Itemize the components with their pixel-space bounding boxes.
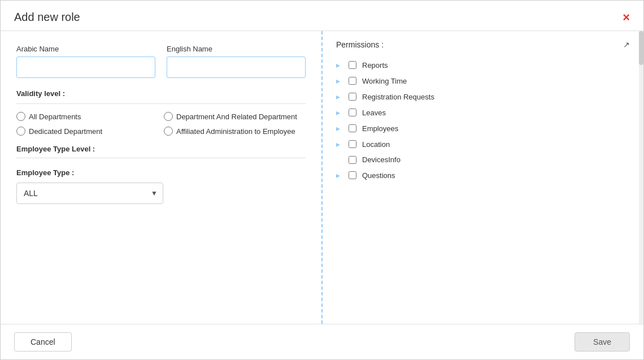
radio-all-departments[interactable]: All Departments (16, 112, 158, 121)
employee-type-select-wrapper: ALL ▼ (16, 183, 163, 204)
list-item: DevicesInfo (336, 152, 630, 167)
left-panel: Arabic Name English Name Validity level … (1, 31, 323, 324)
employee-type-level-label: Employee Type Level : (16, 145, 306, 153)
add-new-role-modal: Add new role × Arabic Name English Name … (0, 0, 644, 360)
bullet-icon: ▸ (336, 171, 343, 180)
employee-type-divider (16, 158, 306, 158)
reports-label: Reports (362, 61, 388, 70)
name-row: Arabic Name English Name (16, 45, 306, 78)
list-item: ▸ Working Time (336, 73, 630, 89)
permissions-title: Permissions : (336, 40, 384, 49)
modal-footer: Cancel Save (1, 324, 643, 359)
radio-dept-related-input[interactable] (164, 112, 173, 121)
radio-dedicated-dept-label: Dedicated Department (29, 127, 102, 136)
english-name-group: English Name (167, 45, 306, 78)
cancel-button[interactable]: Cancel (14, 332, 72, 352)
questions-label: Questions (362, 171, 395, 180)
employee-type-select[interactable]: ALL (16, 183, 163, 204)
employees-label: Employees (362, 124, 398, 133)
close-button[interactable]: × (623, 11, 630, 24)
registration-requests-checkbox[interactable] (349, 93, 356, 101)
employees-checkbox[interactable] (349, 124, 356, 132)
arabic-name-label: Arabic Name (16, 45, 155, 53)
employee-type-level-section: Employee Type Level : (16, 145, 306, 166)
arabic-name-input[interactable] (16, 57, 155, 78)
radio-affiliated[interactable]: Affiliated Administration to Employee (164, 127, 306, 136)
expand-icon[interactable]: ↗ (623, 40, 630, 49)
list-item: ▸ Registration Requests (336, 89, 630, 105)
bullet-icon: ▸ (336, 108, 343, 117)
bullet-icon: ▸ (336, 124, 343, 133)
english-name-input[interactable] (167, 57, 306, 78)
radio-dedicated-dept-input[interactable] (16, 127, 25, 136)
reports-checkbox[interactable] (349, 61, 356, 69)
radio-all-departments-label: All Departments (29, 112, 81, 121)
modal-body: Arabic Name English Name Validity level … (1, 31, 643, 324)
right-panel: Permissions : ↗ ▸ Reports ▸ Working Time… (323, 31, 643, 324)
leaves-label: Leaves (362, 109, 386, 117)
bullet-icon: ▸ (336, 76, 343, 85)
employee-type-label: Employee Type : (16, 168, 306, 177)
employee-type-section: Employee Type : ALL ▼ (16, 166, 306, 204)
bullet-icon: ▸ (336, 92, 343, 101)
save-button[interactable]: Save (575, 332, 630, 352)
questions-checkbox[interactable] (349, 171, 356, 179)
location-checkbox[interactable] (349, 140, 356, 148)
validity-level-section: Validity level : All Departments Departm… (16, 87, 306, 140)
location-label: Location (362, 140, 390, 149)
list-item: ▸ Location (336, 136, 630, 152)
scrollbar-thumb[interactable] (639, 31, 643, 65)
radio-dept-related-label: Department And Related Department (176, 112, 297, 121)
bullet-icon: ▸ (336, 140, 343, 149)
list-item: ▸ Employees (336, 120, 630, 136)
radio-all-departments-input[interactable] (16, 112, 25, 121)
bullet-icon: ▸ (336, 60, 343, 70)
list-item: ▸ Reports (336, 57, 630, 73)
list-item: ▸ Questions (336, 167, 630, 183)
arabic-name-group: Arabic Name (16, 45, 155, 78)
working-time-checkbox[interactable] (349, 77, 356, 85)
devicesinfo-label: DevicesInfo (362, 155, 401, 164)
radio-dept-related[interactable]: Department And Related Department (164, 112, 306, 121)
permissions-list: ▸ Reports ▸ Working Time ▸ Registration … (336, 57, 630, 183)
radio-affiliated-label: Affiliated Administration to Employee (176, 127, 295, 136)
radio-affiliated-input[interactable] (164, 127, 173, 136)
english-name-label: English Name (167, 45, 306, 53)
registration-requests-label: Registration Requests (362, 93, 434, 101)
working-time-label: Working Time (362, 77, 407, 85)
permissions-header: Permissions : ↗ (336, 40, 630, 49)
list-item: ▸ Leaves (336, 105, 630, 120)
leaves-checkbox[interactable] (349, 109, 356, 116)
radio-dedicated-dept[interactable]: Dedicated Department (16, 127, 158, 136)
validity-level-label: Validity level : (16, 89, 306, 98)
radio-grid: All Departments Department And Related D… (16, 112, 306, 136)
scrollbar-track (639, 31, 643, 324)
modal-title: Add new role (14, 11, 80, 24)
validity-divider (16, 103, 306, 104)
modal-header: Add new role × (1, 1, 643, 31)
devicesinfo-checkbox[interactable] (349, 156, 356, 164)
